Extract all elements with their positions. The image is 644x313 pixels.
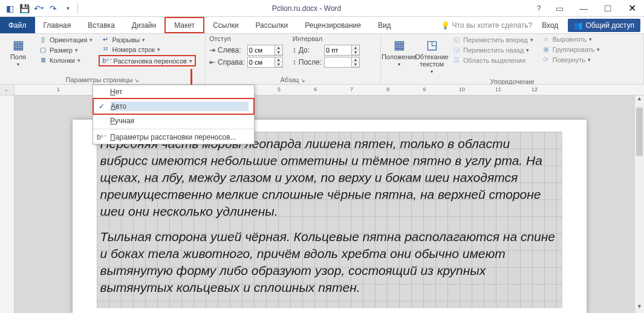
document-text[interactable]: Передняя часть морды леопарда лишена пят… <box>100 135 559 296</box>
size-icon: ▢ <box>39 46 47 54</box>
hyph-none-label: Нет <box>110 88 122 96</box>
selection-pane-button[interactable]: ☰Область выделения <box>450 56 536 65</box>
hyphenation-dropdown: Нет ✓Авто Ручная bᶜ⁻Параметры расстановк… <box>93 85 255 144</box>
hyph-options-label: Параметры расстановки переносов... <box>110 133 236 141</box>
backward-icon: ◲ <box>452 46 461 54</box>
ribbon: ▦ Поля ▾ ▯Ориентация▾ ▢Размер▾ ≣Колонки▾… <box>0 34 644 85</box>
breaks-icon: ↵ <box>101 36 109 44</box>
indent-left-label: Слева: <box>218 46 245 54</box>
hyph-none[interactable]: Нет <box>93 85 254 98</box>
maximize-button[interactable]: ☐ <box>596 0 620 17</box>
breaks-button[interactable]: ↵Разрывы▾ <box>99 35 195 44</box>
tab-review[interactable]: Рецензирование <box>296 17 369 33</box>
wrap-icon: ◳ <box>426 37 438 52</box>
send-backward-button[interactable]: ◲Переместить назад▾ <box>450 45 536 54</box>
scroll-up-icon[interactable]: ▲ <box>635 95 644 105</box>
hyph-options-icon: bᶜ⁻ <box>97 133 107 141</box>
group-paragraph: Отступ ⇥ Слева: ▲▼ ⇤ Справа: ▲▼ Интервал… <box>206 34 381 84</box>
indent-right-label: Справа: <box>218 58 245 66</box>
page: Передняя часть морды леопарда лишена пят… <box>73 120 587 313</box>
redo-icon[interactable]: ↷ <box>47 2 59 15</box>
forward-icon: ◱ <box>452 36 461 44</box>
columns-icon: ≣ <box>39 56 47 64</box>
ribbon-options-icon[interactable]: ▭ <box>547 0 571 17</box>
spacing-before-input[interactable]: ▲▼ <box>324 45 360 56</box>
minimize-button[interactable]: — <box>571 0 596 17</box>
group-button[interactable]: ▣Группировать▾ <box>539 45 603 54</box>
selection-icon: ☰ <box>452 56 461 64</box>
scroll-down-icon[interactable]: ▼ <box>635 303 644 313</box>
indent-left-input[interactable]: ▲▼ <box>247 45 283 56</box>
tab-home[interactable]: Главная <box>35 17 80 33</box>
spacing-after-icon: ↕ <box>293 58 296 66</box>
tab-references[interactable]: Ссылки <box>204 17 247 33</box>
columns-button[interactable]: ≣Колонки▾ <box>36 56 95 65</box>
line-numbers-button[interactable]: ¹²Номера строк▾ <box>99 45 195 54</box>
titlebar: ◧ 💾 ↶▾ ↷ ▾ Pclion.ru.docx - Word ? ▭ — ☐… <box>0 0 644 17</box>
quick-access-toolbar: ◧ 💾 ↶▾ ↷ ▾ <box>0 2 83 15</box>
group-label-pagesetup: Параметры страницы ↘ <box>4 75 201 84</box>
vertical-ruler[interactable] <box>0 95 15 313</box>
help-icon[interactable]: ? <box>530 4 547 13</box>
indent-left-icon: ⇥ <box>209 46 215 54</box>
margins-button[interactable]: ▦ Поля ▾ <box>4 35 33 69</box>
bring-forward-button[interactable]: ◱Переместить вперед▾ <box>450 35 536 44</box>
tab-design[interactable]: Дизайн <box>123 17 164 33</box>
spacing-after-label: После: <box>299 58 322 66</box>
ribbon-tabs: Файл Главная Вставка Дизайн Макет Ссылки… <box>0 17 644 34</box>
group-page-setup: ▦ Поля ▾ ▯Ориентация▾ ▢Размер▾ ≣Колонки▾… <box>0 34 206 84</box>
hyph-options[interactable]: bᶜ⁻Параметры расстановки переносов... <box>93 131 254 144</box>
save-icon[interactable]: 💾 <box>18 2 30 15</box>
indent-right-input[interactable]: ▲▼ <box>247 57 283 68</box>
vertical-scrollbar[interactable]: ▲ ▼ <box>634 95 644 313</box>
close-button[interactable]: ✕ <box>620 0 644 17</box>
size-button[interactable]: ▢Размер▾ <box>36 45 95 54</box>
align-button[interactable]: ≡Выровнять▾ <box>539 35 603 44</box>
window-title: Pclion.ru.docx - Word <box>83 4 530 13</box>
linenum-icon: ¹² <box>101 46 109 53</box>
wrap-button[interactable]: ◳Обтекание текстом▾ <box>417 35 446 77</box>
tab-mailings[interactable]: Рассылки <box>247 17 296 33</box>
rotate-button[interactable]: ⟳Повернуть▾ <box>539 55 603 64</box>
hyph-manual[interactable]: Ручная <box>93 114 254 127</box>
hyph-auto[interactable]: ✓Авто <box>93 98 255 115</box>
position-button[interactable]: ▦Положение▾ <box>385 35 414 69</box>
undo-icon[interactable]: ↶▾ <box>33 2 45 15</box>
check-icon: ✓ <box>99 102 105 111</box>
tab-insert[interactable]: Вставка <box>79 17 123 33</box>
hyph-auto-label: Авто <box>111 102 249 111</box>
tab-view[interactable]: Вид <box>369 17 400 33</box>
hyphenation-button[interactable]: bᶜ⁻Расстановка переносов▾ <box>99 55 195 66</box>
scroll-thumb[interactable] <box>636 108 643 156</box>
sign-in[interactable]: Вход <box>536 21 564 30</box>
qat-customize-icon[interactable]: ▾ <box>62 2 74 15</box>
orientation-icon: ▯ <box>39 36 47 44</box>
rotate-icon: ⟳ <box>542 56 550 63</box>
tell-me[interactable]: 💡Что вы хотите сделать? <box>441 21 533 30</box>
share-button[interactable]: 👥Общий доступ <box>568 19 640 32</box>
group-label-paragraph: Абзац ↘ <box>209 75 377 84</box>
hyphenation-icon: bᶜ⁻ <box>102 57 111 65</box>
spacing-before-label: До: <box>299 46 322 54</box>
group-icon: ▣ <box>542 45 550 53</box>
indent-right-icon: ⇤ <box>209 58 215 66</box>
group-arrange: ▦Положение▾ ◳Обтекание текстом▾ ◱Перемес… <box>381 34 644 84</box>
ruler-corner: ⌐ <box>0 85 15 95</box>
orientation-button[interactable]: ▯Ориентация▾ <box>36 35 95 44</box>
spacing-after-input[interactable]: ▲▼ <box>324 57 360 68</box>
word-icon: ◧ <box>4 2 16 15</box>
align-icon: ≡ <box>542 36 550 43</box>
tab-file[interactable]: Файл <box>0 17 35 33</box>
margins-icon: ▦ <box>13 37 24 52</box>
hyph-manual-label: Ручная <box>110 117 134 125</box>
share-icon: 👥 <box>574 21 583 30</box>
position-icon: ▦ <box>394 37 405 52</box>
tab-layout[interactable]: Макет <box>164 17 204 33</box>
spacing-before-icon: ↕ <box>293 46 296 54</box>
bulb-icon: 💡 <box>441 21 450 30</box>
